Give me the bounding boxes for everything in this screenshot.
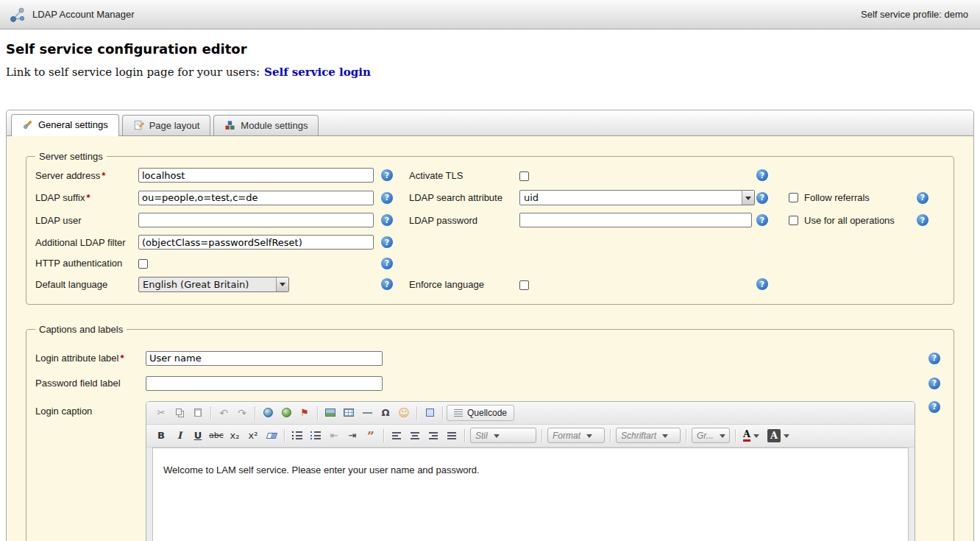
- align-justify-icon[interactable]: [443, 428, 461, 444]
- blockquote-icon[interactable]: ”: [362, 428, 380, 444]
- outdent-icon[interactable]: ⇤: [325, 428, 343, 444]
- align-right-icon[interactable]: [425, 428, 442, 444]
- self-service-login-link[interactable]: Self service login: [264, 66, 371, 79]
- page-icon: [133, 120, 144, 131]
- help-icon[interactable]: ?: [928, 378, 940, 389]
- help-icon[interactable]: ?: [756, 192, 768, 204]
- use-for-all-operations-checkbox[interactable]: [789, 216, 798, 225]
- bulleted-list-icon[interactable]: [307, 428, 324, 444]
- server-address-label: Server address*: [35, 170, 138, 181]
- ldap-password-input[interactable]: [519, 213, 752, 227]
- font-dropdown[interactable]: Schriftart: [616, 428, 681, 443]
- unlink-icon[interactable]: [277, 405, 295, 421]
- top-bar: LDAP Account Manager Self service profil…: [0, 0, 980, 29]
- link-icon-shape: [263, 408, 273, 417]
- help-icon[interactable]: ?: [381, 214, 393, 226]
- default-language-select[interactable]: English (Great Britain): [138, 277, 289, 292]
- strikethrough-icon[interactable]: abc: [207, 428, 225, 444]
- maximize-icon[interactable]: [421, 405, 438, 421]
- additional-ldap-filter-input[interactable]: [138, 235, 374, 250]
- undo-icon[interactable]: ↶: [215, 405, 232, 421]
- font-size-dropdown[interactable]: Gr...: [692, 428, 730, 443]
- toolbar-separator: [610, 429, 611, 442]
- source-icon: [454, 409, 463, 417]
- tools-icon: [22, 119, 33, 130]
- follow-referrals-checkbox[interactable]: [789, 193, 798, 202]
- help-icon[interactable]: ?: [756, 278, 768, 290]
- additional-ldap-filter-label: Additional LDAP filter: [35, 237, 138, 248]
- help-icon[interactable]: ?: [928, 353, 940, 364]
- underline-icon[interactable]: U: [189, 428, 207, 444]
- tab-page-layout[interactable]: Page layout: [122, 115, 211, 135]
- tab-label: Module settings: [241, 120, 308, 131]
- align-left-icon[interactable]: [388, 428, 405, 444]
- ldap-search-attribute-select[interactable]: uid: [519, 190, 755, 205]
- default-language-label: Default language: [35, 279, 138, 290]
- remove-format-icon[interactable]: [263, 428, 280, 444]
- password-field-label-input[interactable]: [146, 376, 383, 391]
- numbered-list-icon[interactable]: [288, 428, 306, 444]
- format-dropdown[interactable]: Format: [547, 428, 605, 443]
- ldap-suffix-input[interactable]: [138, 191, 374, 205]
- smiley-icon[interactable]: ☺: [395, 405, 413, 421]
- login-attribute-input[interactable]: [146, 351, 383, 366]
- cut-icon[interactable]: ✂: [152, 405, 170, 421]
- horizontal-rule-icon[interactable]: [358, 405, 376, 421]
- ldap-user-input[interactable]: [138, 213, 374, 227]
- required-marker: *: [102, 170, 105, 181]
- italic-icon[interactable]: I: [171, 428, 188, 444]
- follow-referrals-label: Follow referrals: [804, 192, 870, 203]
- image-icon-shape: [325, 409, 335, 417]
- special-character-icon[interactable]: Ω: [377, 405, 394, 421]
- paste-icon[interactable]: [189, 405, 207, 421]
- style-dropdown[interactable]: Stil: [470, 428, 536, 443]
- app-brand: LDAP Account Manager: [9, 6, 135, 24]
- copy-icon[interactable]: [171, 405, 188, 421]
- source-button[interactable]: Quellcode: [447, 405, 514, 421]
- enforce-language-label: Enforce language: [409, 279, 519, 290]
- redo-icon[interactable]: ↷: [233, 405, 251, 421]
- login-link-intro: Link to self service login page for your…: [6, 66, 260, 79]
- eraser-icon-shape: [266, 433, 277, 439]
- help-icon[interactable]: ?: [381, 169, 393, 181]
- link-icon[interactable]: [259, 405, 277, 421]
- editor-content-area[interactable]: Welcome to LAM self service. Please ente…: [152, 448, 909, 541]
- tab-module-settings[interactable]: Module settings: [213, 115, 319, 135]
- activate-tls-label: Activate TLS: [409, 170, 519, 181]
- help-icon[interactable]: ?: [381, 258, 393, 269]
- superscript-icon[interactable]: x²: [244, 428, 262, 444]
- help-icon[interactable]: ?: [917, 214, 928, 226]
- bold-icon[interactable]: B: [152, 428, 170, 444]
- http-authentication-checkbox[interactable]: [138, 259, 148, 269]
- help-icon[interactable]: ?: [917, 192, 928, 204]
- background-color-icon: A: [767, 429, 781, 442]
- subscript-icon[interactable]: x₂: [226, 428, 244, 444]
- tab-label: Page layout: [149, 120, 200, 131]
- table-icon[interactable]: [340, 405, 358, 421]
- unlink-icon-shape: [282, 408, 291, 417]
- ldap-user-label: LDAP user: [35, 215, 138, 226]
- dropdown-arrow-icon: [276, 277, 288, 291]
- activate-tls-checkbox[interactable]: [519, 172, 529, 181]
- background-color-button[interactable]: A: [764, 428, 793, 444]
- help-icon[interactable]: ?: [928, 401, 940, 413]
- tab-general-settings[interactable]: General settings: [11, 114, 119, 136]
- anchor-icon[interactable]: ⚑: [296, 405, 313, 421]
- help-icon[interactable]: ?: [381, 278, 393, 290]
- align-center-icon[interactable]: [406, 428, 424, 444]
- captions-and-labels-fieldset: Captions and labels Login attribute labe…: [26, 324, 954, 541]
- bulleted-list-icon-shape: [314, 431, 321, 440]
- source-button-label: Quellcode: [467, 408, 507, 418]
- help-icon[interactable]: ?: [381, 192, 393, 204]
- help-icon[interactable]: ?: [756, 169, 768, 181]
- server-settings-grid: Server address* ? Activate TLS ? LDAP su…: [35, 168, 945, 292]
- font-dropdown-label: Schriftart: [621, 431, 656, 441]
- help-icon[interactable]: ?: [756, 214, 768, 226]
- image-icon[interactable]: [322, 405, 339, 421]
- help-icon[interactable]: ?: [381, 236, 393, 248]
- text-color-button[interactable]: A: [739, 428, 763, 444]
- enforce-language-checkbox[interactable]: [519, 280, 529, 290]
- tabs-header: General settings Page layout Module sett…: [7, 110, 973, 136]
- server-address-input[interactable]: [138, 168, 374, 183]
- indent-icon[interactable]: ⇥: [344, 428, 361, 444]
